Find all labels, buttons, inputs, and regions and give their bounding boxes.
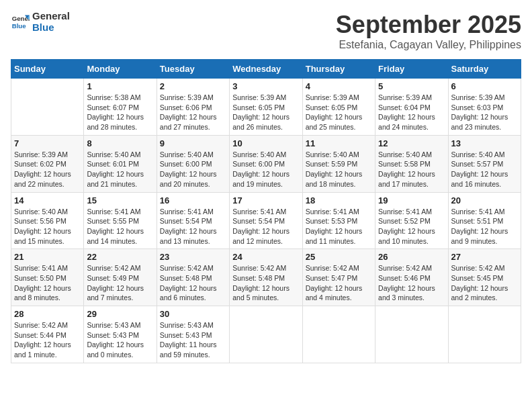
weekday-header-thursday: Thursday <box>302 60 375 79</box>
day-cell: 28Sunrise: 5:42 AMSunset: 5:44 PMDayligh… <box>11 306 84 363</box>
day-cell <box>375 306 448 363</box>
day-number: 25 <box>306 252 372 262</box>
day-cell <box>11 79 84 136</box>
day-number: 10 <box>232 138 299 148</box>
day-number: 14 <box>14 195 81 205</box>
day-cell: 4Sunrise: 5:39 AMSunset: 6:05 PMDaylight… <box>302 79 375 136</box>
week-row-4: 21Sunrise: 5:41 AMSunset: 5:50 PMDayligh… <box>11 249 521 306</box>
main-title: September 2025 <box>336 11 521 39</box>
day-number: 22 <box>87 252 153 262</box>
day-info: Sunrise: 5:42 AMSunset: 5:48 PMDaylight:… <box>160 263 226 303</box>
week-row-5: 28Sunrise: 5:42 AMSunset: 5:44 PMDayligh… <box>11 306 521 363</box>
day-number: 15 <box>87 195 153 205</box>
weekday-header-wednesday: Wednesday <box>230 60 302 79</box>
week-row-1: 1Sunrise: 5:38 AMSunset: 6:07 PMDaylight… <box>11 79 521 136</box>
day-info: Sunrise: 5:42 AMSunset: 5:47 PMDaylight:… <box>306 263 372 303</box>
day-number: 19 <box>378 195 445 205</box>
weekday-header-row: SundayMondayTuesdayWednesdayThursdayFrid… <box>11 60 521 79</box>
day-cell <box>230 306 302 363</box>
day-info: Sunrise: 5:39 AMSunset: 6:04 PMDaylight:… <box>378 93 445 132</box>
day-info: Sunrise: 5:41 AMSunset: 5:50 PMDaylight:… <box>14 263 81 303</box>
day-info: Sunrise: 5:41 AMSunset: 5:52 PMDaylight:… <box>378 207 445 246</box>
day-info: Sunrise: 5:40 AMSunset: 6:00 PMDaylight:… <box>160 150 226 189</box>
day-number: 3 <box>232 81 299 91</box>
day-number: 23 <box>160 252 226 262</box>
day-info: Sunrise: 5:41 AMSunset: 5:55 PMDaylight:… <box>87 207 153 246</box>
day-number: 9 <box>160 138 226 148</box>
header: General Blue General Blue September 2025… <box>11 11 521 51</box>
day-info: Sunrise: 5:41 AMSunset: 5:53 PMDaylight:… <box>306 207 372 246</box>
day-info: Sunrise: 5:40 AMSunset: 6:01 PMDaylight:… <box>87 150 153 189</box>
day-cell: 16Sunrise: 5:41 AMSunset: 5:54 PMDayligh… <box>157 192 229 249</box>
day-cell: 15Sunrise: 5:41 AMSunset: 5:55 PMDayligh… <box>84 192 157 249</box>
day-number: 16 <box>160 195 226 205</box>
day-cell: 26Sunrise: 5:42 AMSunset: 5:46 PMDayligh… <box>375 249 448 306</box>
day-info: Sunrise: 5:43 AMSunset: 5:43 PMDaylight:… <box>160 320 226 360</box>
day-info: Sunrise: 5:41 AMSunset: 5:54 PMDaylight:… <box>232 207 299 246</box>
day-info: Sunrise: 5:43 AMSunset: 5:43 PMDaylight:… <box>87 320 153 360</box>
day-number: 12 <box>378 138 445 148</box>
day-cell: 12Sunrise: 5:40 AMSunset: 5:58 PMDayligh… <box>375 135 448 192</box>
day-cell: 21Sunrise: 5:41 AMSunset: 5:50 PMDayligh… <box>11 249 84 306</box>
svg-text:Blue: Blue <box>12 21 26 29</box>
weekday-header-friday: Friday <box>375 60 448 79</box>
day-info: Sunrise: 5:39 AMSunset: 6:02 PMDaylight:… <box>14 150 81 189</box>
day-info: Sunrise: 5:40 AMSunset: 5:58 PMDaylight:… <box>378 150 445 189</box>
day-number: 26 <box>378 252 445 262</box>
day-cell: 13Sunrise: 5:40 AMSunset: 5:57 PMDayligh… <box>448 135 521 192</box>
day-number: 20 <box>451 195 518 205</box>
day-info: Sunrise: 5:39 AMSunset: 6:06 PMDaylight:… <box>160 93 226 132</box>
day-info: Sunrise: 5:40 AMSunset: 5:56 PMDaylight:… <box>14 207 81 246</box>
day-cell: 11Sunrise: 5:40 AMSunset: 5:59 PMDayligh… <box>302 135 375 192</box>
day-cell: 19Sunrise: 5:41 AMSunset: 5:52 PMDayligh… <box>375 192 448 249</box>
day-number: 7 <box>14 138 81 148</box>
week-row-3: 14Sunrise: 5:40 AMSunset: 5:56 PMDayligh… <box>11 192 521 249</box>
day-cell: 25Sunrise: 5:42 AMSunset: 5:47 PMDayligh… <box>302 249 375 306</box>
day-cell: 23Sunrise: 5:42 AMSunset: 5:48 PMDayligh… <box>157 249 229 306</box>
day-cell: 5Sunrise: 5:39 AMSunset: 6:04 PMDaylight… <box>375 79 448 136</box>
day-cell: 27Sunrise: 5:42 AMSunset: 5:45 PMDayligh… <box>448 249 521 306</box>
day-number: 8 <box>87 138 153 148</box>
day-number: 6 <box>451 81 518 91</box>
day-number: 30 <box>160 309 226 319</box>
weekday-header-saturday: Saturday <box>448 60 521 79</box>
day-info: Sunrise: 5:42 AMSunset: 5:45 PMDaylight:… <box>451 263 518 303</box>
logo-icon: General Blue <box>11 13 30 32</box>
week-row-2: 7Sunrise: 5:39 AMSunset: 6:02 PMDaylight… <box>11 135 521 192</box>
day-info: Sunrise: 5:39 AMSunset: 6:03 PMDaylight:… <box>451 93 518 132</box>
day-number: 13 <box>451 138 518 148</box>
day-number: 5 <box>378 81 445 91</box>
weekday-header-monday: Monday <box>84 60 157 79</box>
calendar-table: SundayMondayTuesdayWednesdayThursdayFrid… <box>11 59 521 363</box>
weekday-header-sunday: Sunday <box>11 60 84 79</box>
day-info: Sunrise: 5:42 AMSunset: 5:44 PMDaylight:… <box>14 320 81 360</box>
logo: General Blue General Blue <box>11 11 70 33</box>
day-cell: 30Sunrise: 5:43 AMSunset: 5:43 PMDayligh… <box>157 306 229 363</box>
day-info: Sunrise: 5:39 AMSunset: 6:05 PMDaylight:… <box>306 93 372 132</box>
day-number: 21 <box>14 252 81 262</box>
day-number: 4 <box>306 81 372 91</box>
title-area: September 2025 Estefania, Cagayan Valley… <box>336 11 521 51</box>
day-number: 17 <box>232 195 299 205</box>
day-number: 29 <box>87 309 153 319</box>
day-cell: 9Sunrise: 5:40 AMSunset: 6:00 PMDaylight… <box>157 135 229 192</box>
day-cell <box>448 306 521 363</box>
day-info: Sunrise: 5:42 AMSunset: 5:48 PMDaylight:… <box>232 263 299 303</box>
day-number: 24 <box>232 252 299 262</box>
logo-line2: Blue <box>32 22 70 34</box>
day-cell: 6Sunrise: 5:39 AMSunset: 6:03 PMDaylight… <box>448 79 521 136</box>
day-cell: 3Sunrise: 5:39 AMSunset: 6:05 PMDaylight… <box>230 79 302 136</box>
day-cell <box>302 306 375 363</box>
subtitle: Estefania, Cagayan Valley, Philippines <box>336 39 521 51</box>
day-info: Sunrise: 5:41 AMSunset: 5:51 PMDaylight:… <box>451 207 518 246</box>
day-cell: 24Sunrise: 5:42 AMSunset: 5:48 PMDayligh… <box>230 249 302 306</box>
day-cell: 22Sunrise: 5:42 AMSunset: 5:49 PMDayligh… <box>84 249 157 306</box>
logo-line1: General <box>32 11 70 22</box>
day-info: Sunrise: 5:42 AMSunset: 5:49 PMDaylight:… <box>87 263 153 303</box>
day-cell: 14Sunrise: 5:40 AMSunset: 5:56 PMDayligh… <box>11 192 84 249</box>
day-cell: 17Sunrise: 5:41 AMSunset: 5:54 PMDayligh… <box>230 192 302 249</box>
day-cell: 10Sunrise: 5:40 AMSunset: 6:00 PMDayligh… <box>230 135 302 192</box>
day-info: Sunrise: 5:40 AMSunset: 5:57 PMDaylight:… <box>451 150 518 189</box>
day-info: Sunrise: 5:41 AMSunset: 5:54 PMDaylight:… <box>160 207 226 246</box>
day-cell: 29Sunrise: 5:43 AMSunset: 5:43 PMDayligh… <box>84 306 157 363</box>
